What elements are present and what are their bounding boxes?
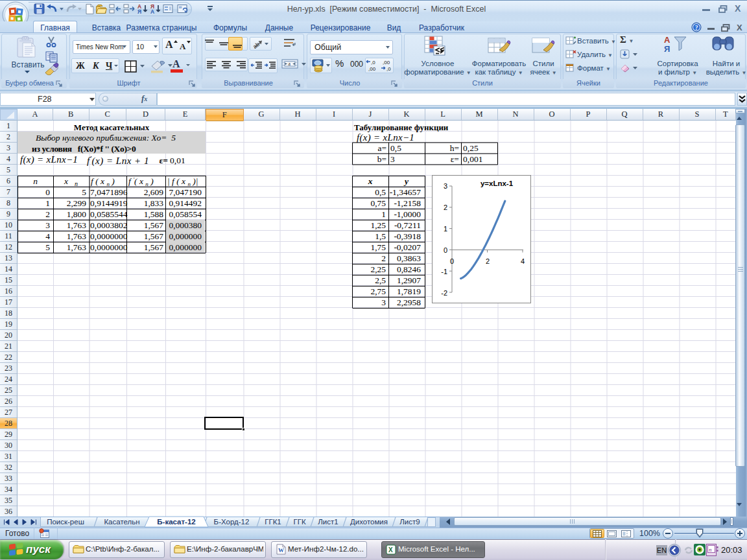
svg-text:2: 2 (444, 204, 447, 211)
svg-text:n: n (709, 546, 712, 553)
svg-text:-2: -2 (441, 289, 447, 297)
svg-text:X: X (388, 546, 393, 554)
svg-text:3: 3 (444, 182, 447, 190)
svg-text:0: 0 (450, 257, 454, 265)
svg-text:-1: -1 (441, 268, 447, 275)
svg-text:y=xLnx-1: y=xLnx-1 (480, 180, 514, 187)
svg-text:2: 2 (486, 257, 490, 265)
svg-text:4: 4 (521, 257, 525, 265)
svg-text:0: 0 (444, 246, 447, 254)
svg-text:1: 1 (444, 225, 447, 233)
svg-text:W: W (278, 547, 284, 554)
